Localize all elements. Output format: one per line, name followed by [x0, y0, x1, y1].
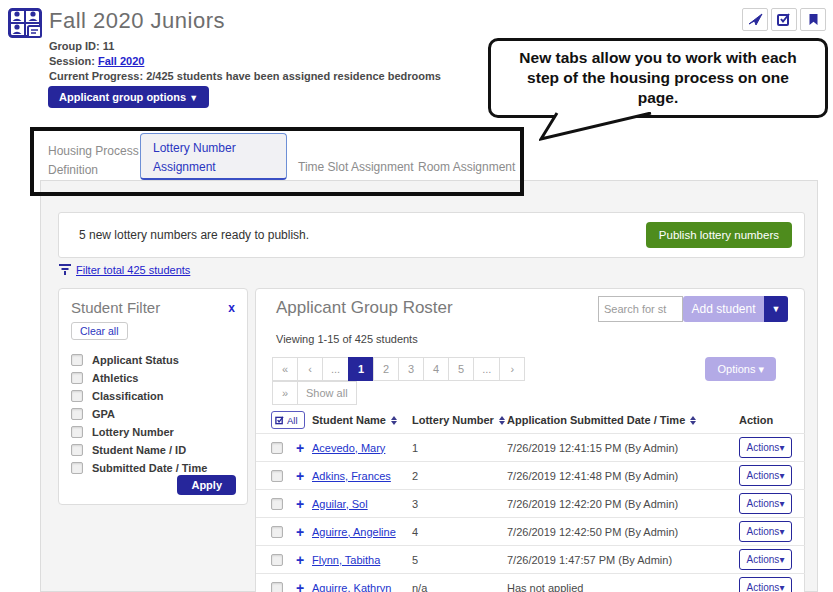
- row-actions-button[interactable]: Actions▾: [739, 577, 792, 592]
- column-header-lottery-number[interactable]: Lottery Number: [412, 414, 507, 426]
- filter-option-classification[interactable]: Classification: [71, 387, 235, 405]
- bookmark-button[interactable]: [800, 8, 826, 31]
- submitted-date-cell: Has not applied: [507, 582, 730, 592]
- row-checkbox[interactable]: [271, 582, 283, 592]
- chevron-down-icon: ▾: [779, 582, 784, 592]
- submitted-date-time-checkbox[interactable]: [71, 462, 83, 474]
- column-label: Student Name: [312, 414, 386, 426]
- chevron-down-icon: ▾: [779, 526, 784, 537]
- pagination-row-2: » Show all: [273, 381, 357, 405]
- page-first-button[interactable]: «: [272, 357, 298, 381]
- student-name-link[interactable]: Aguirre, Angeline: [312, 526, 412, 538]
- filter-option-athletics[interactable]: Athletics: [71, 369, 235, 387]
- gpa-checkbox[interactable]: [71, 408, 83, 420]
- callout-tail: [539, 112, 659, 142]
- actions-label: Actions: [747, 582, 780, 592]
- row-checkbox[interactable]: [271, 526, 283, 538]
- student-name-link[interactable]: Aguirre, Kathryn: [312, 582, 412, 592]
- page-prev-button[interactable]: ‹: [297, 357, 323, 381]
- page-ellipsis-left[interactable]: ...: [322, 357, 349, 381]
- filter-option-applicant-status[interactable]: Applicant Status: [71, 351, 235, 369]
- tab-time-slot-assignment[interactable]: Time Slot Assignment: [298, 158, 414, 177]
- page-1-button[interactable]: 1: [348, 357, 374, 381]
- filter-total-students-link[interactable]: Filter total 425 students: [58, 263, 190, 276]
- clear-all-button[interactable]: Clear all: [71, 322, 128, 340]
- filter-option-label: Classification: [92, 390, 164, 402]
- applicant-group-options-button[interactable]: Applicant group options ▼: [48, 86, 209, 108]
- row-actions-button[interactable]: Actions▾: [739, 521, 792, 542]
- row-checkbox[interactable]: [271, 470, 283, 482]
- table-row: + Aguilar, Sol 3 7/26/2019 12:42:20 PM (…: [256, 489, 805, 517]
- lottery-number-checkbox[interactable]: [71, 426, 83, 438]
- session-link[interactable]: Fall 2020: [98, 55, 144, 67]
- filter-option-gpa[interactable]: GPA: [71, 405, 235, 423]
- student-name-link[interactable]: Acevedo, Mary: [312, 442, 412, 454]
- student-name-link[interactable]: Flynn, Tabitha: [312, 554, 412, 566]
- select-all-label: All: [287, 415, 298, 426]
- actions-label: Actions: [747, 526, 780, 537]
- publish-lottery-numbers-button[interactable]: Publish lottery numbers: [646, 222, 792, 248]
- send-button[interactable]: [742, 8, 768, 31]
- send-icon: [748, 13, 763, 26]
- page-title: Fall 2020 Juniors: [49, 8, 225, 34]
- student-filter-panel: Student Filter x Clear all Applicant Sta…: [58, 288, 248, 505]
- tab-lottery-number-assignment[interactable]: Lottery Number Assignment: [140, 133, 287, 180]
- filter-icon: [58, 263, 72, 276]
- column-header-submitted-date[interactable]: Application Submitted Date / Time: [507, 414, 730, 426]
- show-all-button[interactable]: Show all: [297, 381, 357, 405]
- row-actions-button[interactable]: Actions▾: [739, 493, 792, 514]
- page-5-button[interactable]: 5: [448, 357, 474, 381]
- lottery-number-cell: 2: [412, 470, 507, 482]
- applicant-status-checkbox[interactable]: [71, 354, 83, 366]
- expand-row-icon[interactable]: +: [296, 497, 312, 511]
- classification-checkbox[interactable]: [71, 390, 83, 402]
- options-button[interactable]: Options ▾: [705, 357, 776, 381]
- select-all-check-icon: [275, 416, 284, 425]
- search-student-input[interactable]: [598, 296, 683, 322]
- table-row: + Aguirre, Kathryn n/a Has not applied A…: [256, 573, 805, 592]
- expand-row-icon[interactable]: +: [296, 525, 312, 539]
- row-actions-button[interactable]: Actions▾: [739, 465, 792, 486]
- lottery-notice-text: 5 new lottery numbers are ready to publi…: [79, 228, 646, 242]
- pagination-row-1: « ‹ ... 1 2 3 4 5 ... ›: [273, 357, 525, 381]
- student-name-link[interactable]: Aguilar, Sol: [312, 498, 412, 510]
- page-2-button[interactable]: 2: [373, 357, 399, 381]
- student-name-id-checkbox[interactable]: [71, 444, 83, 456]
- tab-housing-process-definition[interactable]: Housing Process Definition: [48, 142, 144, 179]
- actions-label: Actions: [747, 470, 780, 481]
- page-last-button[interactable]: »: [272, 381, 298, 405]
- page-4-button[interactable]: 4: [423, 357, 449, 381]
- apply-filter-button[interactable]: Apply: [177, 475, 236, 495]
- student-name-link[interactable]: Adkins, Frances: [312, 470, 412, 482]
- roster-title: Applicant Group Roster: [276, 298, 453, 318]
- select-all-button[interactable]: All: [271, 411, 305, 429]
- row-actions-button[interactable]: Actions▾: [739, 549, 792, 570]
- expand-row-icon[interactable]: +: [296, 581, 312, 592]
- add-student-button[interactable]: Add student: [683, 296, 764, 322]
- row-checkbox[interactable]: [271, 442, 283, 454]
- task-edit-button[interactable]: [771, 8, 797, 31]
- column-header-student-name[interactable]: Student Name: [312, 414, 412, 426]
- header-toolbar: [742, 8, 826, 31]
- athletics-checkbox[interactable]: [71, 372, 83, 384]
- chevron-down-icon: ▼: [189, 93, 198, 103]
- lottery-number-cell: n/a: [412, 582, 507, 592]
- filter-option-student-name-id[interactable]: Student Name / ID: [71, 441, 235, 459]
- session-label: Session:: [49, 55, 98, 67]
- group-meta: Group ID: 11 Session: Fall 2020 Current …: [49, 39, 441, 84]
- row-checkbox[interactable]: [271, 554, 283, 566]
- page-ellipsis-right[interactable]: ...: [473, 357, 500, 381]
- tab-room-assignment[interactable]: Room Assignment: [418, 158, 515, 177]
- expand-row-icon[interactable]: +: [296, 441, 312, 455]
- student-filter-title: Student Filter: [71, 299, 160, 316]
- row-checkbox[interactable]: [271, 498, 283, 510]
- expand-row-icon[interactable]: +: [296, 553, 312, 567]
- add-student-dropdown-button[interactable]: ▼: [764, 296, 788, 322]
- expand-row-icon[interactable]: +: [296, 469, 312, 483]
- chevron-down-icon: ▾: [779, 442, 784, 453]
- page-3-button[interactable]: 3: [398, 357, 424, 381]
- filter-option-lottery-number[interactable]: Lottery Number: [71, 423, 235, 441]
- row-actions-button[interactable]: Actions▾: [739, 437, 792, 458]
- close-icon[interactable]: x: [228, 301, 235, 315]
- page-next-button[interactable]: ›: [499, 357, 525, 381]
